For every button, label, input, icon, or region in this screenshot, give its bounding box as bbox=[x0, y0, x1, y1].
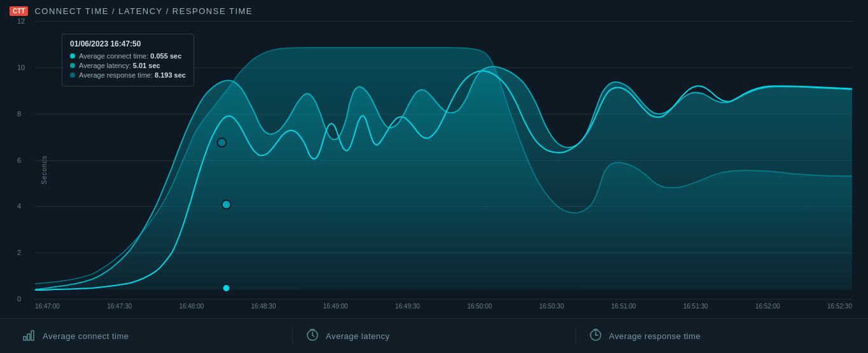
response-dot bbox=[218, 138, 227, 147]
y-label-2: 2 bbox=[17, 249, 21, 256]
latency-dot bbox=[222, 200, 231, 209]
tooltip-val-response: 8.193 sec bbox=[155, 71, 186, 79]
y-label-8: 8 bbox=[17, 110, 21, 118]
x-label-5: 16:49:30 bbox=[395, 303, 420, 310]
tooltip-label-latency: Average latency: 5.01 sec bbox=[79, 62, 160, 69]
x-label-9: 16:51:30 bbox=[683, 303, 708, 310]
x-label-6: 16:50:00 bbox=[467, 303, 492, 310]
x-label-11: 16:52:30 bbox=[827, 303, 852, 310]
header: CTT CONNECT TIME / LATENCY / RESPONSE TI… bbox=[10, 6, 858, 16]
tooltip-dot-connect bbox=[70, 53, 75, 59]
tooltip-dot-latency bbox=[70, 63, 75, 68]
y-label-10: 10 bbox=[17, 64, 25, 71]
footer-label-latency: Average latency bbox=[326, 331, 390, 341]
tooltip-val-connect: 0.055 sec bbox=[150, 52, 181, 60]
tooltip-label-response: Average response time: 8.193 sec bbox=[79, 71, 186, 79]
main-container: CTT CONNECT TIME / LATENCY / RESPONSE TI… bbox=[0, 0, 868, 353]
x-label-3: 16:48:30 bbox=[251, 303, 276, 310]
tooltip-dot-response bbox=[70, 73, 75, 78]
x-label-7: 16:50:30 bbox=[539, 303, 564, 310]
tooltip-row-response: Average response time: 8.193 sec bbox=[70, 71, 186, 79]
x-axis: 16:47:00 16:47:30 16:48:00 16:48:30 16:4… bbox=[35, 299, 852, 318]
chart-area: Seconds 12 10 8 6 4 2 0 bbox=[10, 21, 858, 318]
y-label-12: 12 bbox=[17, 17, 25, 25]
svg-line-5 bbox=[312, 335, 314, 336]
response-icon bbox=[589, 328, 603, 345]
svg-rect-0 bbox=[24, 336, 26, 340]
svg-rect-1 bbox=[27, 334, 30, 340]
x-label-8: 16:51:00 bbox=[612, 303, 636, 310]
footer-label-response: Average response time bbox=[609, 331, 701, 341]
y-label-6: 6 bbox=[17, 156, 21, 164]
tooltip-row-connect: Average connect time: 0.055 sec bbox=[70, 52, 186, 60]
tooltip-time: 01/06/2023 16:47:50 bbox=[70, 39, 186, 48]
y-label-0: 0 bbox=[17, 295, 21, 303]
chart-title: CONNECT TIME / LATENCY / RESPONSE TIME bbox=[34, 6, 253, 16]
footer-label-connect: Average connect time bbox=[43, 331, 129, 341]
svg-rect-2 bbox=[31, 331, 34, 340]
tooltip-label-connect: Average connect time: 0.055 sec bbox=[79, 52, 181, 60]
x-label-2: 16:48:00 bbox=[179, 303, 204, 310]
ctt-badge: CTT bbox=[10, 6, 28, 16]
y-label-4: 4 bbox=[17, 202, 21, 210]
footer-item-latency[interactable]: Average latency bbox=[292, 328, 575, 345]
latency-icon bbox=[305, 328, 319, 345]
x-label-1: 16:47:30 bbox=[107, 303, 132, 310]
tooltip: 01/06/2023 16:47:50 Average connect time… bbox=[62, 34, 194, 87]
x-label-0: 16:47:00 bbox=[35, 303, 60, 310]
connect-icon bbox=[22, 328, 36, 345]
footer: Average connect time Average latency bbox=[0, 318, 868, 353]
connect-dot bbox=[223, 284, 230, 292]
chart-inner: Seconds 12 10 8 6 4 2 0 bbox=[35, 21, 852, 318]
footer-item-connect[interactable]: Average connect time bbox=[10, 328, 292, 345]
x-label-10: 16:52:00 bbox=[755, 303, 780, 310]
x-label-4: 16:49:00 bbox=[323, 303, 348, 310]
footer-item-response[interactable]: Average response time bbox=[575, 328, 858, 345]
tooltip-val-latency: 5.01 sec bbox=[133, 62, 160, 69]
tooltip-row-latency: Average latency: 5.01 sec bbox=[70, 62, 186, 69]
